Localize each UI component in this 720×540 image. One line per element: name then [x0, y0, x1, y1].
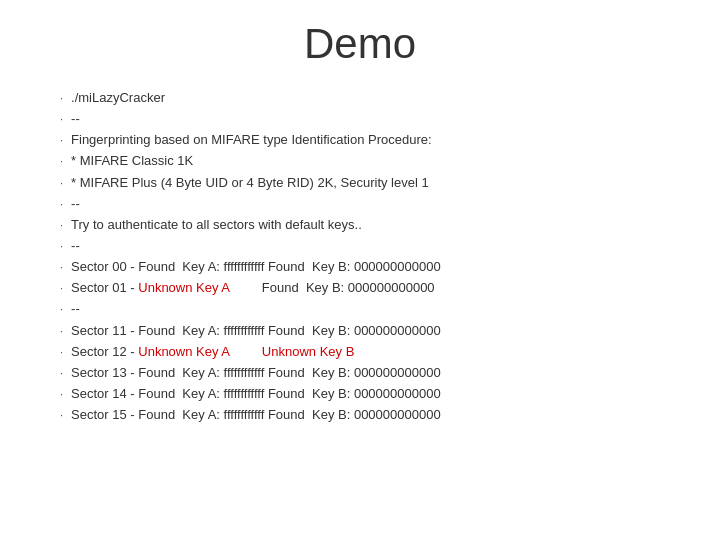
- list-item: · ./miLazyCracker: [60, 88, 680, 108]
- line-text: Sector 12 - Unknown Key A Unknown Key B: [71, 342, 354, 362]
- line-text: --: [71, 299, 80, 319]
- line-text: Sector 15 - Found Key A: ffffffffffff Fo…: [71, 405, 441, 425]
- unknown-key-b-12: Unknown Key B: [262, 344, 355, 359]
- list-item: · Sector 11 - Found Key A: ffffffffffff …: [60, 321, 680, 341]
- unknown-key-a: Unknown Key A: [138, 280, 229, 295]
- line-text: Sector 14 - Found Key A: ffffffffffff Fo…: [71, 384, 441, 404]
- list-item: · Sector 12 - Unknown Key A Unknown Key …: [60, 342, 680, 362]
- terminal-output: · ./miLazyCracker · -- · Fingerprinting …: [0, 88, 720, 425]
- line-text: * MIFARE Classic 1K: [71, 151, 193, 171]
- list-item: · * MIFARE Plus (4 Byte UID or 4 Byte RI…: [60, 173, 680, 193]
- sector-01-prefix: Sector 01 -: [71, 280, 138, 295]
- bullet-icon: ·: [60, 109, 63, 128]
- page-title: Demo: [0, 0, 720, 88]
- bullet-icon: ·: [60, 299, 63, 318]
- list-item: · Sector 15 - Found Key A: ffffffffffff …: [60, 405, 680, 425]
- bullet-icon: ·: [60, 405, 63, 424]
- list-item: · --: [60, 299, 680, 319]
- line-text: --: [71, 194, 80, 214]
- line-text: ./miLazyCracker: [71, 88, 165, 108]
- sector-12-mid: [229, 344, 262, 359]
- bullet-icon: ·: [60, 130, 63, 149]
- bullet-icon: ·: [60, 363, 63, 382]
- bullet-icon: ·: [60, 384, 63, 403]
- list-item: · Sector 01 - Unknown Key A Found Key B:…: [60, 278, 680, 298]
- line-text: * MIFARE Plus (4 Byte UID or 4 Byte RID)…: [71, 173, 429, 193]
- bullet-icon: ·: [60, 278, 63, 297]
- list-item: · * MIFARE Classic 1K: [60, 151, 680, 171]
- list-item: · Sector 14 - Found Key A: ffffffffffff …: [60, 384, 680, 404]
- bullet-icon: ·: [60, 173, 63, 192]
- list-item: · --: [60, 109, 680, 129]
- unknown-key-a-12: Unknown Key A: [138, 344, 229, 359]
- bullet-icon: ·: [60, 88, 63, 107]
- bullet-icon: ·: [60, 342, 63, 361]
- list-item: · --: [60, 236, 680, 256]
- list-item: · Try to authenticate to all sectors wit…: [60, 215, 680, 235]
- line-text: Sector 13 - Found Key A: ffffffffffff Fo…: [71, 363, 441, 383]
- bullet-icon: ·: [60, 321, 63, 340]
- sector-01-suffix: Found Key B: 000000000000: [229, 280, 434, 295]
- list-item: · Sector 13 - Found Key A: ffffffffffff …: [60, 363, 680, 383]
- bullet-icon: ·: [60, 194, 63, 213]
- list-item: · --: [60, 194, 680, 214]
- bullet-icon: ·: [60, 151, 63, 170]
- bullet-icon: ·: [60, 215, 63, 234]
- line-text: Sector 11 - Found Key A: ffffffffffff Fo…: [71, 321, 441, 341]
- line-text: Fingerprinting based on MIFARE type Iden…: [71, 130, 432, 150]
- bullet-icon: ·: [60, 257, 63, 276]
- line-text: Try to authenticate to all sectors with …: [71, 215, 362, 235]
- sector-12-prefix: Sector 12 -: [71, 344, 138, 359]
- line-text: Sector 00 - Found Key A: ffffffffffff Fo…: [71, 257, 441, 277]
- line-text: --: [71, 109, 80, 129]
- line-text: --: [71, 236, 80, 256]
- bullet-icon: ·: [60, 236, 63, 255]
- list-item: · Fingerprinting based on MIFARE type Id…: [60, 130, 680, 150]
- line-text: Sector 01 - Unknown Key A Found Key B: 0…: [71, 278, 435, 298]
- list-item: · Sector 00 - Found Key A: ffffffffffff …: [60, 257, 680, 277]
